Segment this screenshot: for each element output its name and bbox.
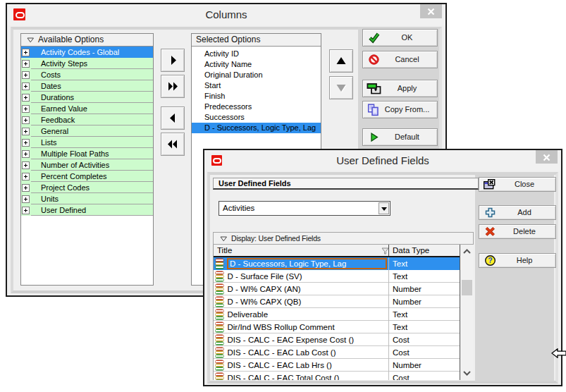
svg-text:?: ?	[488, 256, 492, 264]
